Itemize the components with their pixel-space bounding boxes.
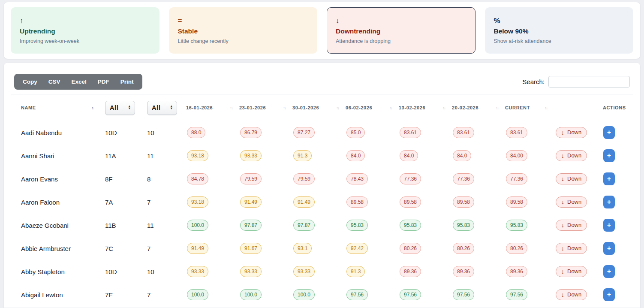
attendance-badge: 84.0 bbox=[346, 150, 365, 161]
expand-row-button[interactable]: + bbox=[603, 242, 615, 255]
attendance-badge: 80.26 bbox=[400, 243, 421, 254]
search-input[interactable] bbox=[548, 76, 630, 88]
attendance-badge: 89.58 bbox=[400, 196, 421, 208]
attendance-value-cell: 89.58 bbox=[452, 196, 505, 208]
student-name-cell: Aanni Shari bbox=[14, 152, 105, 160]
class-filter-select[interactable]: All ▲▼ bbox=[105, 101, 135, 115]
column-header-date[interactable]: 20-02-2026 ↑↓ bbox=[452, 105, 505, 110]
attendance-badge: 78.43 bbox=[346, 173, 368, 184]
attendance-badge: 93.33 bbox=[293, 266, 315, 277]
class-filter-cell: All ▲▼ bbox=[105, 101, 147, 115]
attendance-badge: 97.56 bbox=[400, 289, 421, 300]
attendance-value-cell: 83.61 bbox=[452, 127, 505, 138]
trend-label: Down bbox=[567, 222, 581, 228]
column-header-actions: ACTIONS bbox=[600, 105, 636, 110]
attendance-badge: 88.0 bbox=[187, 127, 205, 138]
attendance-badge: 95.83 bbox=[506, 220, 527, 231]
expand-row-button[interactable]: + bbox=[603, 126, 615, 139]
sort-icon: ↑↓ bbox=[283, 106, 286, 110]
print-button[interactable]: Print bbox=[115, 74, 139, 90]
attendance-value-cell: 97.56 bbox=[452, 289, 505, 300]
table-row: Abaeze Gcobani11B11100.097.8797.8795.839… bbox=[14, 214, 630, 237]
column-header-current[interactable]: CURRENT ↑↓ bbox=[505, 105, 554, 110]
attendance-badge: 97.87 bbox=[240, 220, 262, 231]
excel-button[interactable]: Excel bbox=[66, 74, 92, 90]
trend-down-badge: ↓Down bbox=[556, 150, 587, 161]
attendance-value-cell: 84.00 bbox=[505, 150, 554, 161]
filter-card-stable[interactable]: = Stable Little change recently bbox=[169, 7, 318, 54]
card-title: Stable bbox=[178, 27, 309, 35]
copy-button[interactable]: Copy bbox=[17, 74, 43, 90]
attendance-value-cell: 89.58 bbox=[505, 196, 554, 208]
attendance-value-cell: 93.33 bbox=[292, 266, 346, 277]
attendance-badge: 79.59 bbox=[240, 173, 262, 184]
actions-cell: + bbox=[600, 172, 636, 185]
attendance-value-cell: 80.26 bbox=[505, 243, 554, 254]
filter-card-downtrending[interactable]: ↓ Downtrending Attendance is dropping bbox=[327, 7, 475, 54]
attendance-value-cell: 91.49 bbox=[239, 196, 292, 208]
trend-cell: ↓Down bbox=[554, 150, 600, 161]
attendance-value-cell: 79.59 bbox=[239, 173, 292, 184]
attendance-value-cell: 100.0 bbox=[292, 289, 346, 300]
attendance-badge: 84.78 bbox=[187, 173, 208, 184]
pdf-button[interactable]: PDF bbox=[92, 74, 115, 90]
sort-icon: ↑↓ bbox=[442, 106, 445, 110]
attendance-value-cell: 84.0 bbox=[452, 150, 505, 161]
column-header-date[interactable]: 06-02-2026 ↑↓ bbox=[346, 105, 399, 110]
table-header-row: NAME ↑↓ All ▲▼ All ▲▼ 16-01-2026 ↑↓ 23-0… bbox=[14, 94, 630, 121]
search-label: Search: bbox=[522, 78, 545, 85]
attendance-badge: 84.0 bbox=[453, 150, 471, 161]
column-header-name[interactable]: NAME ↑↓ bbox=[14, 105, 105, 110]
attendance-value-cell: 100.0 bbox=[186, 289, 239, 300]
year-cell: 8 bbox=[147, 175, 186, 183]
sort-icon: ↑↓ bbox=[545, 106, 547, 110]
csv-button[interactable]: CSV bbox=[43, 74, 66, 90]
filter-card-below-90[interactable]: % Below 90% Show at-risk attendance bbox=[485, 7, 634, 54]
expand-row-button[interactable]: + bbox=[603, 196, 615, 208]
class-cell: 7E bbox=[105, 291, 147, 299]
year-filter-select[interactable]: All ▲▼ bbox=[147, 101, 177, 115]
attendance-badge: 83.61 bbox=[453, 127, 474, 138]
trend-label: Down bbox=[567, 199, 581, 205]
attendance-value-cell: 87.27 bbox=[292, 127, 346, 138]
student-name-cell: Abby Stapleton bbox=[14, 268, 105, 275]
attendance-badge: 79.59 bbox=[293, 173, 315, 184]
column-header-date[interactable]: 13-02-2026 ↑↓ bbox=[399, 105, 452, 110]
attendance-value-cell: 80.26 bbox=[399, 243, 452, 254]
attendance-badge: 85.0 bbox=[346, 127, 365, 138]
column-header-date[interactable]: 23-01-2026 ↑↓ bbox=[239, 105, 292, 110]
attendance-value-cell: 83.61 bbox=[505, 127, 554, 138]
column-header-date[interactable]: 16-01-2026 ↑↓ bbox=[186, 105, 239, 110]
sort-icon: ↑↓ bbox=[389, 106, 392, 110]
expand-row-button[interactable]: + bbox=[603, 288, 615, 301]
student-name-cell: Abbie Armbruster bbox=[14, 245, 105, 252]
attendance-value-cell: 92.42 bbox=[346, 243, 399, 254]
student-name-cell: Aaron Faloon bbox=[14, 199, 105, 206]
trend-down-badge: ↓Down bbox=[556, 266, 587, 277]
filter-card-uptrending[interactable]: ↑ Uptrending Improving week-on-week bbox=[11, 7, 159, 54]
class-cell: 11A bbox=[105, 152, 147, 160]
actions-cell: + bbox=[600, 242, 636, 255]
expand-row-button[interactable]: + bbox=[603, 265, 615, 278]
column-header-date[interactable]: 30-01-2026 ↑↓ bbox=[292, 105, 346, 110]
trend-cell: ↓Down bbox=[554, 196, 600, 208]
attendance-badge: 80.26 bbox=[453, 243, 474, 254]
expand-row-button[interactable]: + bbox=[603, 149, 615, 162]
expand-row-button[interactable]: + bbox=[603, 172, 615, 185]
actions-cell: + bbox=[600, 219, 636, 232]
trend-down-badge: ↓Down bbox=[556, 127, 587, 138]
attendance-badge: 89.36 bbox=[400, 266, 421, 277]
attendance-value-cell: 100.0 bbox=[239, 289, 292, 300]
attendance-table-panel: Copy CSV Excel PDF Print Search: NAME ↑↓… bbox=[3, 62, 641, 308]
attendance-badge: 91.49 bbox=[240, 196, 262, 208]
attendance-value-cell: 85.0 bbox=[346, 127, 399, 138]
down-arrow-icon: ↓ bbox=[561, 222, 564, 228]
attendance-value-cell: 77.36 bbox=[452, 173, 505, 184]
trend-cell: ↓Down bbox=[554, 220, 600, 231]
expand-row-button[interactable]: + bbox=[603, 219, 615, 232]
attendance-value-cell: 93.33 bbox=[186, 266, 239, 277]
attendance-badge: 95.83 bbox=[400, 220, 421, 231]
attendance-value-cell: 89.36 bbox=[399, 266, 452, 277]
attendance-value-cell: 79.59 bbox=[292, 173, 346, 184]
attendance-value-cell: 93.33 bbox=[239, 266, 292, 277]
